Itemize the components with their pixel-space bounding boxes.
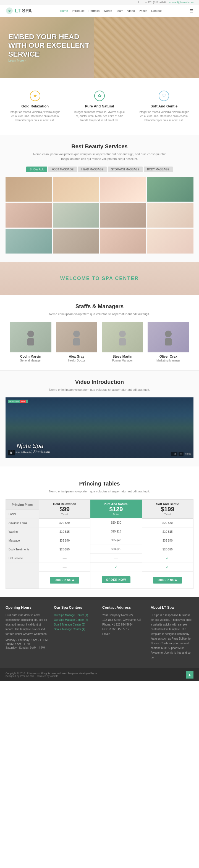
pricing-gentle-header: Soft And Gentle $199 Ticket bbox=[142, 500, 193, 519]
gallery-item-2[interactable] bbox=[53, 177, 99, 202]
svg-text:♡: ♡ bbox=[162, 93, 166, 98]
video-controls: HD ⛶ vimeo bbox=[171, 453, 191, 456]
nav-prices[interactable]: Prices bbox=[139, 9, 147, 12]
pricing-gentle-body: ✓ bbox=[142, 554, 193, 563]
logo[interactable]: ✿ LT SPA bbox=[5, 7, 32, 14]
pricing-natural-header: Pure And Natural $129 Ticket bbox=[90, 500, 142, 518]
gallery-item-7[interactable] bbox=[100, 203, 146, 227]
pricing-label-massage: Massage bbox=[6, 536, 39, 545]
pricing-labels-col: Princing Plans Facial Advance Facial Wax… bbox=[6, 500, 39, 589]
footer-copyright-text: Copyright © 2016 | Prisma.com All rights… bbox=[5, 672, 97, 675]
social-tw[interactable]: t bbox=[142, 1, 143, 4]
pricing-label-waxing: Waxing bbox=[6, 527, 39, 536]
gallery-item-9[interactable] bbox=[5, 229, 52, 253]
pricing-section: Princing Tables Nemo enim ipsam voluptat… bbox=[0, 472, 199, 597]
gallery-item-12[interactable] bbox=[147, 229, 194, 253]
gallery-item-10[interactable] bbox=[53, 229, 99, 253]
pricing-gold-hot: — bbox=[39, 563, 90, 572]
team-member-4: Oliver Orex Marketing Manager bbox=[148, 322, 189, 362]
footer-contact-company: Your Company Name (2) bbox=[102, 613, 145, 618]
team-member-3: Steve Martin Former Manager bbox=[102, 322, 143, 362]
pricing-natural-advance: $10-$15 bbox=[90, 527, 142, 536]
welcome-banner: WELCOME TO SPA CENTER bbox=[0, 262, 199, 295]
pricing-gentle-name: Soft And Gentle bbox=[145, 502, 191, 506]
filter-body[interactable]: BODY MASSAGE bbox=[144, 166, 172, 172]
pricing-plans-label: Princing Plans bbox=[6, 500, 39, 510]
footer-hours-title: Opening Hours bbox=[5, 606, 48, 610]
email-address[interactable]: contact@email.com bbox=[169, 1, 194, 4]
gallery-item-1[interactable] bbox=[5, 177, 52, 202]
nav-video[interactable]: Video bbox=[127, 9, 135, 12]
video-play-button[interactable]: ▶ bbox=[8, 450, 15, 456]
team-name-4: Oliver Orex bbox=[148, 354, 189, 359]
footer-center-3[interactable]: Spa & Masage Center (3) bbox=[54, 623, 85, 626]
footer-center-4[interactable]: Spa & Masage Center (4) bbox=[54, 628, 85, 631]
filter-stomach[interactable]: STOMACH MASSAGE bbox=[108, 166, 143, 172]
team-name-1: Codin Marvin bbox=[10, 354, 51, 359]
svg-rect-15 bbox=[165, 338, 172, 345]
pricing-gold-price: $99 bbox=[42, 506, 87, 513]
pricing-gentle-advance: $10-$15 bbox=[142, 527, 193, 536]
footer-col-hours: Opening Hours Duis aute irure dolor in a… bbox=[5, 606, 48, 660]
gallery-item-6[interactable] bbox=[53, 203, 99, 227]
hero-cta[interactable]: Learn More » bbox=[8, 59, 26, 62]
footer-contact-phone: Phone: +1 223 894 5634 bbox=[102, 622, 145, 627]
welcome-title: WELCOME TO SPA CENTER bbox=[60, 276, 139, 281]
pricing-gold-name: Gold Relaxation bbox=[42, 502, 87, 506]
video-title: Video Introduction bbox=[5, 379, 194, 385]
nav-team[interactable]: Team bbox=[116, 9, 123, 12]
team-photo-4 bbox=[148, 322, 189, 352]
svg-text:✿: ✿ bbox=[97, 93, 101, 98]
pricing-gentle-facial: $20-$30 bbox=[142, 519, 193, 527]
services-desc: Nemo enim ipsam voluptatem qua voluptas … bbox=[30, 152, 169, 161]
back-to-top-button[interactable]: ▲ bbox=[186, 671, 194, 679]
feature-natural-icon: ✿ bbox=[94, 90, 105, 101]
filter-foot[interactable]: FOOT MASSAGE bbox=[48, 166, 77, 172]
nav-works[interactable]: Works bbox=[103, 9, 112, 12]
team-photo-3 bbox=[102, 322, 143, 352]
pricing-natural-order[interactable]: ORDER NOW bbox=[102, 577, 131, 583]
feature-gold-title: Gold Relaxation bbox=[10, 104, 60, 108]
footer-center-2[interactable]: Our Spa Masage Center (2) bbox=[54, 618, 88, 621]
pricing-gold-order[interactable]: ORDER NOW bbox=[50, 577, 79, 584]
video-section: Video Introduction Nemo enim ipsam volup… bbox=[0, 371, 199, 467]
svg-point-8 bbox=[27, 331, 34, 337]
team-member-2: Alex Gray Health Doctor bbox=[56, 322, 97, 362]
filter-head[interactable]: HEAD MASSAGE bbox=[78, 166, 107, 172]
footer-col-contact: Contact Address Your Company Name (2) 19… bbox=[102, 606, 145, 660]
gallery-item-8[interactable] bbox=[147, 203, 194, 227]
gallery-item-5[interactable] bbox=[5, 203, 52, 227]
pricing-plan-natural: Pure And Natural $129 Ticket $20-$30 $10… bbox=[90, 500, 142, 589]
pricing-natural-price: $129 bbox=[93, 506, 139, 513]
feature-natural-desc: Integer ac massa vehicula, viverra augue… bbox=[74, 110, 125, 122]
filter-show-all[interactable]: SHOW ALL bbox=[26, 166, 47, 172]
vimeo-logo: vimeo bbox=[184, 453, 191, 456]
team-role-2: Health Doctor bbox=[56, 359, 97, 362]
menu-toggle[interactable]: ☰ bbox=[190, 8, 194, 13]
gallery-item-4[interactable] bbox=[147, 177, 194, 202]
svg-rect-11 bbox=[73, 338, 80, 345]
pricing-label-hot: Hot Service bbox=[6, 554, 39, 563]
nav-introduce[interactable]: Introduce bbox=[72, 9, 85, 12]
nav-portfolio[interactable]: Portfolio bbox=[88, 9, 100, 12]
pricing-gentle-order[interactable]: ORDER NOW bbox=[153, 577, 182, 584]
feature-gold-desc: Integer ac massa vehicula, viverra augue… bbox=[10, 110, 60, 122]
nav-contact[interactable]: Contact bbox=[151, 9, 162, 12]
footer-contact-title: Contact Address bbox=[102, 606, 145, 610]
footer-col-centers: Our Spa Centers Our Spa Masage Center (1… bbox=[54, 606, 97, 660]
footer-hours-3: Saturday - Sunday: 9 AM - 4 PM bbox=[5, 646, 48, 649]
pricing-gold-facial: $20-$30 bbox=[39, 519, 90, 527]
gallery-item-3[interactable] bbox=[100, 177, 146, 202]
footer-contact-email: Email: - bbox=[102, 631, 145, 636]
footer-center-1[interactable]: Our Spa Masage Center (1) bbox=[54, 614, 88, 617]
filter-tabs: SHOW ALL FOOT MASSAGE HEAD MASSAGE STOMA… bbox=[5, 166, 194, 172]
nav-home[interactable]: Home bbox=[60, 9, 68, 12]
gallery-item-11[interactable] bbox=[100, 229, 146, 253]
video-hd-button[interactable]: HD bbox=[171, 453, 177, 456]
video-fullscreen-button[interactable]: ⛶ bbox=[178, 453, 183, 456]
social-fb[interactable]: f bbox=[138, 1, 139, 4]
video-container[interactable]: Njuta Spa Nacha strand, Stockholm Njuta … bbox=[5, 397, 194, 458]
team-section: Staffs & Managers Nemo enim ipsam volupt… bbox=[0, 295, 199, 370]
svg-rect-9 bbox=[27, 338, 34, 345]
pricing-gold-ticket: Ticket bbox=[42, 513, 87, 516]
